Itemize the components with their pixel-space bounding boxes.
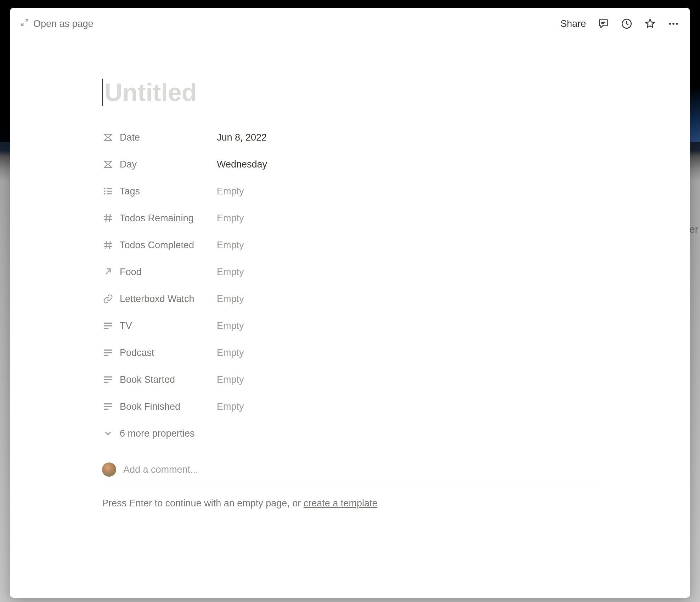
title-placeholder: Untitled [105, 80, 197, 105]
comment-placeholder: Add a comment... [123, 464, 198, 475]
property-row[interactable]: DateJun 8, 2022 [102, 124, 598, 151]
property-label: Book Started [114, 374, 217, 385]
comments-button[interactable] [597, 18, 609, 30]
number-icon [102, 212, 114, 224]
property-value[interactable]: Empty [217, 374, 244, 385]
more-properties-button[interactable]: 6 more properties [102, 420, 598, 447]
chevron-down-icon [102, 429, 114, 438]
property-row[interactable]: Book FinishedEmpty [102, 393, 598, 420]
property-row[interactable]: FoodEmpty [102, 259, 598, 285]
updates-button[interactable] [621, 18, 633, 30]
property-label: Todos Remaining [114, 213, 217, 224]
open-as-page-label: Open as page [33, 18, 94, 29]
text-icon [102, 401, 114, 413]
property-row[interactable]: Todos RemainingEmpty [102, 205, 598, 232]
properties-list: DateJun 8, 2022DayWednesdayTagsEmptyTodo… [102, 124, 598, 420]
text-icon [102, 347, 114, 359]
property-value[interactable]: Empty [217, 347, 244, 358]
speech-bubble-icon [597, 18, 609, 30]
property-row[interactable]: PodcastEmpty [102, 339, 598, 366]
background-cutoff-text: er [689, 224, 698, 235]
page-modal: Open as page Share [10, 8, 690, 598]
more-button[interactable] [667, 18, 679, 30]
relation-icon [102, 266, 114, 278]
text-icon [102, 320, 114, 332]
divider [102, 452, 598, 452]
property-value[interactable]: Empty [217, 213, 244, 224]
clock-icon [621, 18, 633, 30]
formula-icon [102, 131, 114, 143]
svg-point-5 [676, 23, 678, 25]
property-label: Day [114, 159, 217, 170]
favorite-button[interactable] [644, 18, 656, 30]
dots-horizontal-icon [667, 18, 679, 30]
svg-point-4 [672, 23, 674, 25]
page-title-input[interactable]: Untitled [102, 79, 598, 106]
divider [102, 487, 598, 487]
text-cursor [102, 79, 103, 106]
expand-icon [21, 18, 29, 29]
property-row[interactable]: Todos CompletedEmpty [102, 232, 598, 259]
topbar: Open as page Share [10, 8, 690, 40]
property-label: Podcast [114, 347, 217, 358]
property-value[interactable]: Empty [217, 240, 244, 251]
property-value[interactable]: Wednesday [217, 159, 267, 170]
property-label: Todos Completed [114, 240, 217, 251]
formula-icon [102, 158, 114, 170]
property-label: Date [114, 132, 217, 143]
star-icon [644, 18, 656, 30]
property-label: Tags [114, 186, 217, 197]
property-value[interactable]: Empty [217, 294, 244, 305]
property-value[interactable]: Empty [217, 267, 244, 278]
avatar [102, 462, 116, 477]
property-value[interactable]: Empty [217, 320, 244, 331]
property-value[interactable]: Jun 8, 2022 [217, 132, 267, 143]
property-label: Letterboxd Watch [114, 294, 217, 305]
create-template-link[interactable]: create a template [304, 498, 378, 509]
property-label: Food [114, 267, 217, 278]
property-label: TV [114, 320, 217, 331]
share-button[interactable]: Share [560, 18, 586, 29]
property-label: Book Finished [114, 401, 217, 412]
property-row[interactable]: TVEmpty [102, 312, 598, 339]
property-row[interactable]: DayWednesday [102, 151, 598, 178]
topbar-actions: Share [560, 18, 679, 30]
text-icon [102, 374, 114, 386]
property-value[interactable]: Empty [217, 186, 244, 197]
property-row[interactable]: TagsEmpty [102, 178, 598, 205]
more-properties-label: 6 more properties [120, 428, 195, 439]
page-content: Untitled DateJun 8, 2022DayWednesdayTags… [10, 40, 690, 598]
open-as-page-button[interactable]: Open as page [21, 18, 94, 29]
hint-text: Press Enter to continue with an empty pa… [102, 498, 304, 509]
add-comment-input[interactable]: Add a comment... [102, 457, 598, 482]
property-row[interactable]: Book StartedEmpty [102, 366, 598, 393]
empty-page-hint: Press Enter to continue with an empty pa… [102, 498, 598, 509]
multiselect-icon [102, 185, 114, 197]
svg-point-3 [669, 23, 671, 25]
property-value[interactable]: Empty [217, 401, 244, 412]
property-row[interactable]: Letterboxd WatchEmpty [102, 285, 598, 312]
number-icon [102, 239, 114, 251]
url-icon [102, 293, 114, 305]
